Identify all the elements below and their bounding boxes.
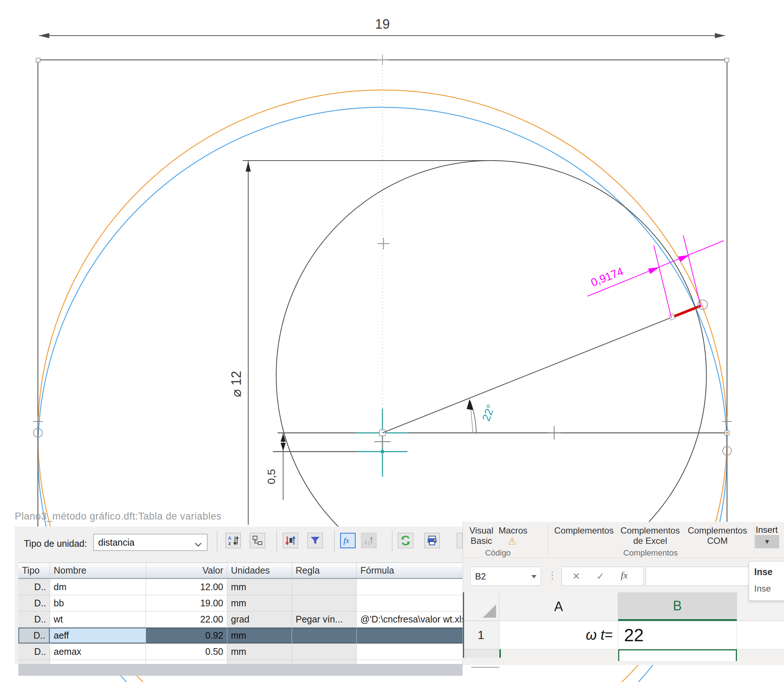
empty-row <box>50 660 145 664</box>
cell-formula-selected[interactable] <box>357 628 463 644</box>
variables-toolbar: Tipo de unidad: distancia A z <box>15 527 463 562</box>
select-all-triangle-icon <box>483 604 496 618</box>
clipped-button[interactable] <box>457 533 463 548</box>
col-header-nombre[interactable]: Nombre <box>50 563 145 579</box>
sort-az-button[interactable]: A z <box>225 533 241 548</box>
tree-view-button[interactable] <box>250 533 265 548</box>
reorder-icon <box>285 535 296 546</box>
dimension-effective-09174[interactable]: 0,9174 <box>588 235 724 318</box>
excel-window: Visual Basic Macros ⚠ Código Complemento… <box>463 522 784 665</box>
filter-button[interactable] <box>307 533 323 548</box>
refresh-button[interactable] <box>398 533 414 548</box>
cell-nombre[interactable]: bb <box>50 595 145 611</box>
unit-type-label: Tipo de unidad: <box>24 538 87 549</box>
cell-tipo[interactable]: D.. <box>18 644 49 660</box>
column-header-b-selected[interactable]: B <box>618 592 737 621</box>
ribbon-separator <box>754 524 755 555</box>
svg-text:fx: fx <box>343 536 349 545</box>
cell-formula[interactable]: @'D:\cncfresa\valor wt.xlsm'!'Hoja1!F1C2… <box>357 612 463 627</box>
axis-end-dot <box>726 432 728 434</box>
col-header-unidades[interactable]: Unidades <box>227 563 292 579</box>
col-header-regla[interactable]: Regla <box>292 563 356 579</box>
variables-window: Tipo de unidad: distancia A z <box>15 527 463 664</box>
reorder-button[interactable] <box>283 533 298 548</box>
ribbon-insert-button[interactable]: Insert <box>756 525 778 535</box>
cell-formula[interactable] <box>357 595 463 611</box>
insert-dropdown-arrow[interactable]: ▼ <box>755 535 779 548</box>
dimension-angle-22[interactable]: 22° <box>467 399 497 433</box>
name-box[interactable]: B2 <box>470 567 541 586</box>
cell-formula[interactable] <box>357 644 463 660</box>
select-all-corner[interactable] <box>463 592 500 621</box>
separator-dots: ⋮ <box>548 570 557 581</box>
ribbon-complementos-excel-button[interactable]: Complementos de Excel <box>618 526 683 547</box>
cell-unidades[interactable]: grad <box>227 612 292 627</box>
name-box-arrow-icon[interactable] <box>531 574 537 579</box>
cell-regla[interactable] <box>292 644 356 660</box>
ribbon-visual-basic-button[interactable]: Visual Basic <box>465 526 498 547</box>
filter-icon <box>310 535 321 546</box>
cell-nombre[interactable]: dm <box>50 579 145 595</box>
cell-nombre[interactable]: wt <box>50 612 145 627</box>
cell-regla-selected[interactable] <box>292 628 356 644</box>
ribbon-macros-button[interactable]: Macros <box>498 526 528 536</box>
cell-regla[interactable]: Pegar vín... <box>292 612 356 627</box>
variables-table: Tipo Nombre Valor Unidades Regla Fórmula… <box>18 562 463 676</box>
small-center-cross <box>374 435 391 449</box>
formula-fx-button[interactable]: fx <box>340 533 356 548</box>
row-header-2-partial[interactable] <box>463 649 501 658</box>
cell-formula[interactable] <box>357 579 463 595</box>
cell-tipo-selected[interactable]: D.. <box>18 628 49 644</box>
print-icon <box>426 535 438 546</box>
col-header-formula[interactable]: Fórmula <box>357 563 463 579</box>
cancel-button[interactable]: ✕ <box>572 570 580 582</box>
insert-flyout-menu: Inse Inse <box>749 561 784 601</box>
frame-handle-topleft[interactable] <box>36 58 40 62</box>
cell-valor[interactable]: 22.00 <box>146 612 227 627</box>
cell-tipo[interactable]: D.. <box>18 579 49 595</box>
cell-unidades-selected[interactable]: mm <box>227 628 292 644</box>
dimension-width-19[interactable]: 19 <box>39 16 725 38</box>
cell-unidades[interactable]: mm <box>227 644 292 660</box>
cell-unidades[interactable]: mm <box>227 579 292 595</box>
cell-tipo[interactable]: D.. <box>18 612 49 627</box>
col-header-tipo[interactable]: Tipo <box>18 563 49 579</box>
ribbon-complementos-button[interactable]: Complementos <box>551 526 617 536</box>
ribbon-group-complementos: Complementos <box>618 548 683 558</box>
empty-row <box>146 660 227 664</box>
center-marker-upper <box>378 238 390 250</box>
cell-tipo[interactable]: D.. <box>18 595 49 611</box>
print-button[interactable] <box>424 533 440 548</box>
cell-nombre-selected[interactable]: aeff <box>50 628 145 644</box>
frame-tick-right <box>722 417 732 426</box>
cell-valor[interactable]: 0.50 <box>146 644 227 660</box>
cell-regla[interactable] <box>292 579 356 595</box>
ribbon-complementos-com-button[interactable]: Complementos COM <box>684 526 750 547</box>
cell-b1[interactable]: 22 <box>618 621 737 649</box>
flyout-item-1[interactable]: Inse <box>754 567 773 577</box>
cell-valor-selected[interactable]: 0.92 <box>146 628 227 644</box>
insert-function-button[interactable]: fx <box>621 570 628 581</box>
unit-type-dropdown[interactable]: distancia <box>93 534 208 551</box>
frame-handle-topright[interactable] <box>725 58 729 62</box>
enter-button[interactable]: ✓ <box>596 570 605 582</box>
flyout-item-2[interactable]: Inse <box>754 583 771 594</box>
row-header-1[interactable]: 1 <box>463 621 500 649</box>
cell-valor[interactable]: 12.00 <box>146 579 227 595</box>
cell-nombre[interactable]: aemax <box>50 644 145 660</box>
frame-handle-topmid[interactable] <box>377 55 388 65</box>
cell-unidades[interactable]: mm <box>227 595 292 611</box>
cell-c1[interactable] <box>737 621 784 649</box>
col-header-valor[interactable]: Valor <box>146 563 227 579</box>
unit-type-value: distancia <box>98 537 134 548</box>
cell-valor[interactable]: 19.00 <box>146 595 227 611</box>
toolbar-separator <box>334 530 335 551</box>
cell-b2-selected[interactable] <box>618 649 737 661</box>
dimension-offset-05[interactable]: 0,5 <box>265 433 286 500</box>
segment-start-handle[interactable] <box>669 314 675 320</box>
formula-bar-input[interactable] <box>646 567 756 586</box>
column-header-a[interactable]: A <box>500 592 618 621</box>
cell-regla[interactable] <box>292 595 356 611</box>
cell-a1[interactable]: ω t= <box>500 621 618 649</box>
empty-row <box>357 660 463 664</box>
